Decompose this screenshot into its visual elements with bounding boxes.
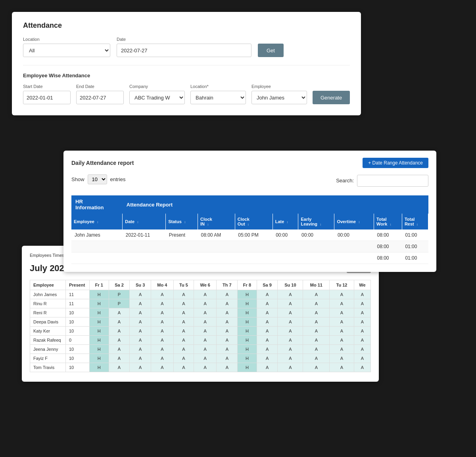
- sort-totalrest-icon: ↕: [416, 223, 418, 226]
- entries-label: entries: [110, 176, 126, 182]
- location-select[interactable]: All: [23, 44, 110, 57]
- day-cell: A: [173, 317, 194, 327]
- company-select[interactable]: ABC Trading W: [129, 91, 185, 104]
- day-cell: H: [90, 363, 109, 372]
- present-count-cell: 10: [66, 317, 90, 327]
- timesheet-col-header: Tu 12: [330, 280, 354, 290]
- day-cell: A: [130, 327, 151, 336]
- th-employee: Employee ↕: [71, 214, 123, 229]
- employee-name-cell: Razak Rafeeq: [30, 336, 66, 345]
- day-cell: A: [217, 290, 238, 299]
- th-total-rest: TotalRest ↕: [402, 214, 428, 229]
- sort-clockin-icon: ↕: [207, 223, 209, 226]
- present-count-cell: 10: [66, 363, 90, 372]
- th-late: Late ↕: [273, 214, 298, 229]
- day-cell: A: [217, 336, 238, 345]
- search-input[interactable]: [357, 175, 428, 187]
- entries-select[interactable]: 10: [88, 174, 107, 184]
- day-cell: A: [330, 299, 354, 308]
- day-cell: H: [90, 317, 109, 327]
- timesheet-col-header: Fr 1: [90, 280, 109, 290]
- day-cell: A: [217, 299, 238, 308]
- day-cell: A: [278, 354, 303, 363]
- day-cell: A: [109, 327, 130, 336]
- filter-row-1: Location All Date Get: [23, 37, 350, 57]
- employee-name-cell: Jeena Jenny: [30, 345, 66, 354]
- th-total-work: TotalWork ↕: [374, 214, 402, 229]
- date-group: Date: [117, 37, 251, 57]
- timesheet-row: Jeena Jenny10HAAAAAAHAAAAA: [30, 345, 371, 354]
- date-input[interactable]: [117, 44, 251, 57]
- filter-row-2: Start Date End Date Company ABC Trading …: [23, 84, 350, 104]
- day-cell: A: [173, 345, 194, 354]
- day-cell: A: [130, 308, 151, 317]
- location2-select[interactable]: Bahrain: [190, 91, 246, 104]
- location2-group: Location* Bahrain: [190, 84, 246, 104]
- timesheet-col-header: Employee: [30, 280, 66, 290]
- company-label: Company: [129, 84, 185, 89]
- day-cell: A: [330, 327, 354, 336]
- day-cell: A: [130, 345, 151, 354]
- present-count-cell: 10: [66, 345, 90, 354]
- start-date-label: Start Date: [23, 84, 71, 89]
- day-cell: P: [109, 299, 130, 308]
- timesheet-table: EmployeePresentFr 1Sa 2Su 3Mo 4Tu 5We 6T…: [30, 280, 371, 372]
- day-cell: A: [173, 354, 194, 363]
- end-date-input[interactable]: [76, 91, 124, 104]
- day-cell: A: [130, 317, 151, 327]
- day-cell: A: [194, 336, 217, 345]
- day-cell: A: [303, 299, 330, 308]
- generate-button[interactable]: Generate: [313, 91, 350, 104]
- date-range-button[interactable]: + Date Range Attendance: [363, 158, 428, 168]
- day-cell: A: [173, 299, 194, 308]
- day-cell: A: [194, 363, 217, 372]
- day-cell: A: [278, 363, 303, 372]
- day-cell: A: [257, 327, 278, 336]
- day-cell: A: [278, 336, 303, 345]
- show-entries: Show 10 entries: [71, 174, 126, 184]
- day-cell: A: [130, 336, 151, 345]
- timesheet-table-body: John James11HPAAAAAHAAAAARinu R11HPAAAAA…: [30, 290, 371, 372]
- th-status: Status ↕: [166, 214, 198, 229]
- day-cell: A: [130, 354, 151, 363]
- search-label: Search:: [336, 178, 354, 184]
- day-cell: A: [151, 363, 174, 372]
- day-cell: A: [303, 336, 330, 345]
- day-cell: A: [303, 290, 330, 299]
- sort-date-icon: ↕: [137, 220, 138, 224]
- timesheet-row: Deepa Davis10HAAAAAAHAAAAA: [30, 317, 371, 327]
- day-cell: P: [109, 290, 130, 299]
- date-label: Date: [117, 37, 251, 42]
- day-cell: A: [303, 327, 330, 336]
- employee-group: Employee John James: [251, 84, 307, 104]
- day-cell: A: [217, 308, 238, 317]
- day-cell: A: [151, 290, 174, 299]
- day-cell: A: [151, 327, 174, 336]
- start-date-input[interactable]: [23, 91, 71, 104]
- present-count-cell: 0: [66, 336, 90, 345]
- employee-select[interactable]: John James: [251, 91, 307, 104]
- sort-status-icon: ↕: [184, 220, 186, 224]
- th-clock-in: ClockIN ↕: [198, 214, 235, 229]
- day-cell: A: [151, 354, 174, 363]
- attendance-report-header: Attendance Report: [123, 195, 428, 214]
- timesheet-col-header: We 6: [194, 280, 217, 290]
- day-cell: H: [90, 354, 109, 363]
- daily-attendance-card: Daily Attendance report + Date Range Att…: [63, 151, 436, 272]
- day-cell: A: [330, 363, 354, 372]
- day-cell: A: [217, 317, 238, 327]
- get-button[interactable]: Get: [258, 44, 284, 57]
- day-cell: A: [257, 299, 278, 308]
- start-date-group: Start Date: [23, 84, 71, 104]
- day-cell: H: [238, 299, 257, 308]
- attendance-table: HRInformation Attendance Report Employee…: [71, 195, 428, 264]
- day-cell: A: [109, 345, 130, 354]
- day-cell: H: [238, 345, 257, 354]
- day-cell: A: [354, 336, 370, 345]
- sort-clockout-icon: ↕: [248, 223, 249, 226]
- day-cell: H: [90, 345, 109, 354]
- day-cell: A: [151, 299, 174, 308]
- sort-overtime-icon: ↕: [358, 220, 360, 224]
- day-cell: A: [278, 317, 303, 327]
- day-cell: A: [354, 327, 370, 336]
